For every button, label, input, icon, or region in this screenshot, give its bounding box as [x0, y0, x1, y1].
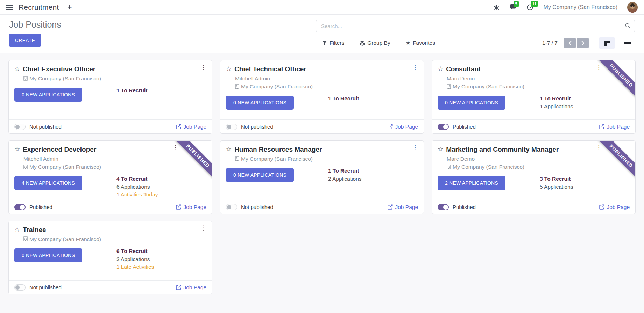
- publish-toggle[interactable]: [14, 284, 26, 291]
- top-navbar: Recruitment + 5 11 My Company (San Franc…: [0, 0, 644, 15]
- job-position-card[interactable]: ⋮ ☆ Chief Technical Officer Mitchell Adm…: [220, 60, 424, 134]
- publish-toggle[interactable]: [14, 204, 26, 210]
- job-page-link[interactable]: Job Page: [176, 124, 207, 130]
- activity-stat[interactable]: 1 Activities Today: [116, 192, 158, 197]
- kebab-menu-icon[interactable]: ⋮: [200, 64, 206, 70]
- new-applications-button[interactable]: 4 NEW APPLICATIONS: [14, 176, 82, 190]
- list-view-button[interactable]: [620, 37, 635, 49]
- company-name: My Company (San Francisco): [453, 163, 524, 171]
- kebab-menu-icon[interactable]: ⋮: [412, 145, 418, 151]
- group-by-menu[interactable]: Group By: [360, 40, 390, 46]
- activity-stat[interactable]: 1 Late Activities: [116, 264, 154, 270]
- kebab-menu-icon[interactable]: ⋮: [172, 145, 178, 151]
- favorite-star-icon[interactable]: ☆: [226, 145, 232, 153]
- building-icon: [447, 165, 451, 169]
- kebab-menu-icon[interactable]: ⋮: [412, 64, 418, 70]
- recruiter-name: Mitchell Admin: [235, 74, 270, 82]
- applications-stat[interactable]: 5 Applications: [540, 184, 573, 190]
- list-view-icon: [624, 41, 631, 46]
- debug-bug-icon[interactable]: [493, 4, 500, 10]
- job-page-link[interactable]: Job Page: [599, 124, 630, 130]
- new-applications-button[interactable]: 2 NEW APPLICATIONS: [438, 176, 505, 190]
- applications-stat[interactable]: 2 Applications: [328, 176, 362, 182]
- published-ribbon: PUBLISHED: [597, 60, 635, 99]
- pager-previous-button[interactable]: [564, 38, 576, 48]
- activities-clock-icon[interactable]: 11: [526, 4, 533, 11]
- pager-next-button[interactable]: [577, 38, 589, 48]
- new-applications-button[interactable]: 0 NEW APPLICATIONS: [438, 96, 505, 110]
- publish-toggle[interactable]: [226, 204, 237, 210]
- favorite-star-icon[interactable]: ☆: [438, 145, 443, 153]
- company-line: My Company (San Francisco): [23, 235, 212, 243]
- job-title: Consultant: [446, 65, 481, 73]
- user-avatar[interactable]: [627, 2, 638, 13]
- to-recruit-stat: 1 To Recruit: [328, 96, 359, 101]
- job-position-card[interactable]: PUBLISHED ⋮ ☆ Experienced Developer Mitc…: [8, 140, 212, 214]
- publish-toggle[interactable]: [226, 124, 237, 130]
- job-position-card[interactable]: ⋮ ☆ Trainee My Company (San Francisco) 0…: [8, 221, 212, 294]
- job-page-link[interactable]: Job Page: [388, 204, 418, 210]
- company-switcher[interactable]: My Company (San Francisco): [543, 4, 617, 10]
- job-position-card[interactable]: ⋮ ☆ Human Resources Manager My Company (…: [220, 140, 424, 214]
- external-link-icon: [599, 204, 604, 210]
- job-position-card[interactable]: PUBLISHED ⋮ ☆ Marketing and Community Ma…: [432, 140, 636, 214]
- external-link-icon: [176, 204, 181, 210]
- publish-toggle[interactable]: [438, 124, 449, 130]
- filters-menu[interactable]: Filters: [322, 40, 344, 46]
- job-title: Human Resources Manager: [234, 145, 322, 154]
- job-position-card[interactable]: PUBLISHED ⋮ ☆ Consultant Marc Demo My Co…: [432, 60, 636, 134]
- kanban-view-button[interactable]: [599, 37, 615, 49]
- job-page-link[interactable]: Job Page: [599, 204, 630, 210]
- company-line: My Company (San Francisco): [235, 155, 424, 163]
- building-icon: [23, 236, 28, 241]
- external-link-icon: [176, 124, 181, 129]
- job-page-link[interactable]: Job Page: [176, 204, 207, 210]
- to-recruit-stat: 4 To Recruit: [116, 176, 158, 182]
- job-page-label: Job Page: [395, 204, 418, 210]
- publish-status-label: Not published: [29, 284, 62, 290]
- kebab-menu-icon[interactable]: ⋮: [596, 145, 602, 151]
- apps-menu-icon[interactable]: [6, 5, 13, 10]
- messages-icon[interactable]: 5: [509, 4, 517, 10]
- published-ribbon: PUBLISHED: [597, 141, 635, 179]
- job-page-link[interactable]: Job Page: [388, 124, 418, 130]
- favorite-star-icon[interactable]: ☆: [14, 145, 20, 153]
- card-stats: 6 To Recruit 3 Applications 1 Late Activ…: [116, 248, 154, 270]
- layers-icon: [360, 41, 365, 46]
- card-footer: Not published Job Page: [220, 119, 424, 133]
- create-button[interactable]: CREATE: [9, 34, 41, 47]
- favorites-menu[interactable]: ★ Favorites: [406, 40, 435, 46]
- search-input[interactable]: [316, 20, 635, 32]
- favorite-star-icon[interactable]: ☆: [14, 65, 20, 73]
- company-name: My Company (San Francisco): [29, 235, 101, 243]
- applications-stat[interactable]: 6 Applications: [116, 184, 158, 190]
- new-applications-button[interactable]: 0 NEW APPLICATIONS: [14, 248, 82, 262]
- recruiter-name: Marc Demo: [447, 74, 475, 82]
- chevron-right-icon: [581, 41, 585, 45]
- applications-stat[interactable]: 3 Applications: [116, 256, 154, 262]
- kebab-menu-icon[interactable]: ⋮: [200, 225, 206, 231]
- external-link-icon: [176, 285, 181, 290]
- new-applications-button[interactable]: 0 NEW APPLICATIONS: [14, 88, 82, 102]
- to-recruit-stat: 1 To Recruit: [328, 168, 362, 174]
- filter-funnel-icon: [322, 41, 327, 45]
- published-ribbon: PUBLISHED: [174, 141, 212, 179]
- job-position-card[interactable]: ⋮ ☆ Chief Executive Officer My Company (…: [8, 60, 212, 134]
- building-icon: [23, 165, 28, 169]
- publish-toggle[interactable]: [438, 204, 449, 210]
- kebab-menu-icon[interactable]: ⋮: [596, 64, 602, 70]
- job-title: Chief Executive Officer: [23, 65, 95, 73]
- job-page-link[interactable]: Job Page: [176, 284, 207, 291]
- external-link-icon: [599, 124, 604, 129]
- favorite-star-icon[interactable]: ☆: [438, 65, 443, 73]
- new-applications-button[interactable]: 0 NEW APPLICATIONS: [226, 168, 294, 182]
- company-name: My Company (San Francisco): [29, 163, 101, 171]
- publish-toggle[interactable]: [14, 124, 26, 130]
- applications-stat[interactable]: 1 Applications: [540, 104, 573, 109]
- favorite-star-icon[interactable]: ☆: [14, 226, 20, 234]
- plus-icon[interactable]: +: [67, 3, 72, 11]
- new-applications-button[interactable]: 0 NEW APPLICATIONS: [226, 96, 294, 110]
- search-icon[interactable]: [625, 23, 631, 30]
- publish-status-label: Published: [29, 204, 52, 210]
- favorite-star-icon[interactable]: ☆: [226, 65, 232, 73]
